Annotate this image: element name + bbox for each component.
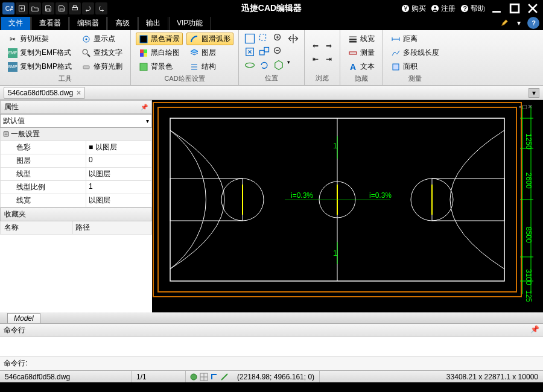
status-icons xyxy=(186,373,232,381)
ruler-icon xyxy=(348,48,358,58)
bg-color-button[interactable]: 背景色 xyxy=(136,60,183,73)
svg-rect-24 xyxy=(140,36,147,43)
first-icon[interactable]: ⇤ xyxy=(310,53,322,65)
dropdown-icon[interactable]: ▾ xyxy=(513,17,525,29)
emf-icon: EMF xyxy=(8,48,17,58)
snap-icon[interactable] xyxy=(189,373,198,381)
group-title: 测量 xyxy=(388,73,442,83)
undo-icon[interactable] xyxy=(82,2,94,14)
tab-output[interactable]: 输出 xyxy=(138,16,168,30)
tab-file[interactable]: 文件 xyxy=(1,16,31,30)
save-icon[interactable] xyxy=(42,2,54,14)
zoom-prev-icon[interactable] xyxy=(258,46,270,58)
model-tab[interactable]: Model xyxy=(7,313,40,323)
svg-point-83 xyxy=(191,374,197,380)
bw-draw-button[interactable]: 黑白绘图 xyxy=(136,46,183,59)
zoom-in-icon[interactable] xyxy=(273,33,285,45)
command-output xyxy=(0,337,543,356)
table-row[interactable]: 线型比例1 xyxy=(0,181,152,194)
titlebar: CAD 迅捷CAD编辑器 ¥购买 注册 ?帮助 xyxy=(0,0,543,17)
saveas-icon[interactable] xyxy=(56,2,68,14)
tab-advanced[interactable]: 高级 xyxy=(107,16,138,30)
pin-icon[interactable]: 📌 xyxy=(141,104,148,110)
svg-text:8500: 8500 xyxy=(524,227,533,243)
app-title: 迅捷CAD编辑器 xyxy=(241,3,302,14)
orbit-icon[interactable] xyxy=(244,59,256,71)
grid-icon[interactable] xyxy=(200,373,208,381)
ribbon-group-cad: 黑色背景 黑白绘图 背景色 圆滑弧形 图层 结构 CAD绘图设置 xyxy=(131,30,239,85)
canvas-max-icon[interactable]: □ xyxy=(522,103,527,111)
svg-rect-7 xyxy=(73,6,76,8)
prev-icon[interactable]: ⇐ xyxy=(310,40,322,52)
clip-frame-button[interactable]: ✂剪切框架 xyxy=(5,33,75,45)
next-icon[interactable]: ⇒ xyxy=(323,40,335,52)
area-button[interactable]: 面积 xyxy=(388,60,442,73)
ortho-icon[interactable] xyxy=(210,373,218,381)
group-title: CAD绘图设置 xyxy=(136,73,233,83)
zoom-out-icon[interactable] xyxy=(273,46,285,58)
pan-icon[interactable] xyxy=(287,33,299,45)
minimize-button[interactable] xyxy=(490,2,503,15)
ribbon-group-position: ▾ 位置 xyxy=(239,30,305,85)
black-bg-button[interactable]: 黑色背景 xyxy=(136,33,183,45)
svg-text:1: 1 xyxy=(333,142,337,150)
new-icon[interactable] xyxy=(16,2,28,14)
layer-button[interactable]: 图层 xyxy=(186,46,233,59)
zoom-extents-icon[interactable] xyxy=(244,46,256,58)
distance-button[interactable]: 距离 xyxy=(388,33,442,45)
table-row[interactable]: 色彩■ 以图层 xyxy=(0,141,152,154)
canvas-restore-icon[interactable]: ▫ xyxy=(518,103,521,111)
measure-toggle-button[interactable]: 测量 xyxy=(345,46,378,59)
print-icon[interactable] xyxy=(69,2,81,14)
polar-icon[interactable] xyxy=(220,373,229,381)
command-input[interactable]: 命令行: xyxy=(0,356,543,370)
svg-text:1250: 1250 xyxy=(524,133,533,150)
smooth-arc-button[interactable]: 圆滑弧形 xyxy=(186,33,233,45)
redo-icon[interactable] xyxy=(95,2,107,14)
area-icon xyxy=(391,62,401,72)
tab-menu-icon[interactable]: ▾ xyxy=(529,88,539,98)
table-row[interactable]: 图层0 xyxy=(0,154,152,168)
copy-bmp-button[interactable]: BMP复制为BMP格式 xyxy=(5,60,75,73)
help-small-icon[interactable]: ? xyxy=(527,17,539,29)
zoom-window-icon[interactable] xyxy=(258,33,270,45)
svg-text:CAD: CAD xyxy=(5,5,13,12)
default-combo[interactable]: 默认值 xyxy=(0,114,152,128)
points-icon xyxy=(81,34,91,44)
table-row[interactable]: 线宽以图层 xyxy=(0,194,152,207)
lineweight-button[interactable]: 线宽 xyxy=(345,33,378,45)
show-points-button[interactable]: 显示点 xyxy=(78,33,125,45)
close-tab-icon[interactable]: × xyxy=(77,89,81,97)
canvas-close-icon[interactable]: × xyxy=(528,103,532,111)
text-toggle-button[interactable]: A文本 xyxy=(345,60,378,73)
polyline-len-button[interactable]: 多段线长度 xyxy=(388,46,442,59)
distance-icon xyxy=(391,34,401,44)
tab-viewer[interactable]: 查看器 xyxy=(31,16,69,30)
pencil-icon[interactable] xyxy=(498,17,510,29)
svg-rect-47 xyxy=(349,52,357,54)
pin-icon[interactable]: 📌 xyxy=(530,325,539,335)
struct-button[interactable]: 结构 xyxy=(186,60,233,73)
document-tab[interactable]: 546ca68df0d58.dwg× xyxy=(4,87,85,99)
view3d-icon[interactable] xyxy=(273,59,285,71)
work-area: 属性📌 默认值 ⊟ 一般设置 色彩■ 以图层 图层0 线型以图层 线型比例1 线… xyxy=(0,100,543,312)
open-icon[interactable] xyxy=(29,2,41,14)
zoom-fit-icon[interactable] xyxy=(244,33,256,45)
copy-emf-button[interactable]: EMF复制为EMF格式 xyxy=(5,46,75,59)
drawing-canvas[interactable]: 1250 2600 8500 3100 1250 i=0.3% i=0.3% 1… xyxy=(152,100,543,312)
close-button[interactable] xyxy=(526,2,539,15)
maximize-button[interactable] xyxy=(508,2,521,15)
last-icon[interactable]: ⇥ xyxy=(323,53,335,65)
rotate-icon[interactable] xyxy=(258,59,270,71)
svg-text:1: 1 xyxy=(333,249,337,258)
buy-button[interactable]: ¥购买 xyxy=(401,4,426,14)
register-button[interactable]: 注册 xyxy=(431,4,456,14)
find-text-button[interactable]: 查找文字 xyxy=(78,46,125,59)
trim-button[interactable]: 修剪光删 xyxy=(78,60,125,73)
tab-vip[interactable]: VIP功能 xyxy=(169,16,211,30)
table-row[interactable]: 线型以图层 xyxy=(0,168,152,181)
tab-editor[interactable]: 编辑器 xyxy=(69,16,107,30)
help-button[interactable]: ?帮助 xyxy=(460,4,485,14)
svg-rect-25 xyxy=(140,49,144,53)
svg-rect-39 xyxy=(260,51,265,55)
